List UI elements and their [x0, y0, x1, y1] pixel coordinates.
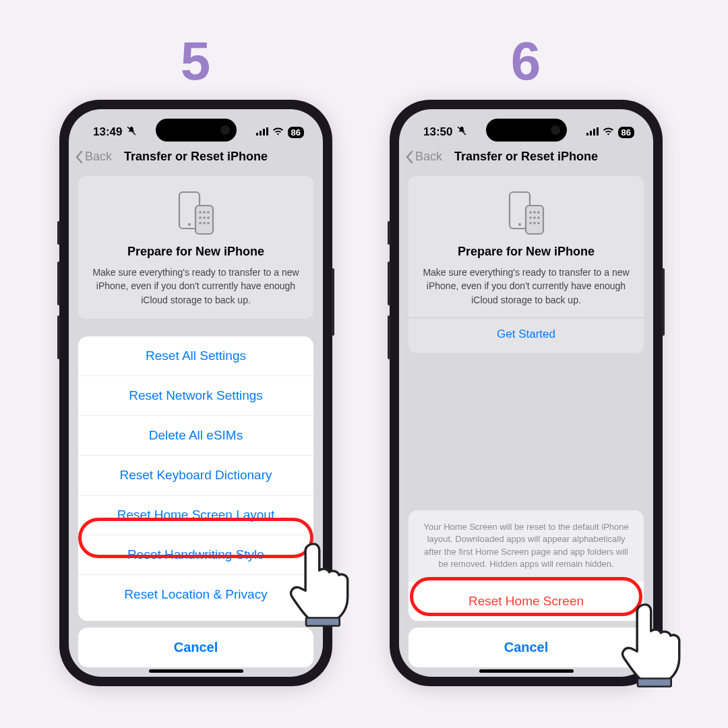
svg-rect-0: [256, 133, 258, 135]
svg-rect-17: [590, 131, 592, 135]
confirm-action-sheet: Your Home Screen will be reset to the de…: [408, 510, 644, 667]
cancel-button[interactable]: Cancel: [408, 628, 644, 667]
reset-location-privacy-button[interactable]: Reset Location & Privacy: [78, 575, 313, 614]
phone-screen-right: 13:50 86 Back Transfer or Reset iPho: [399, 109, 653, 677]
svg-point-12: [207, 216, 210, 219]
nav-bar: Back Transfer or Reset iPhone: [69, 143, 323, 172]
svg-rect-1: [260, 131, 262, 135]
svg-rect-3: [266, 127, 268, 135]
svg-point-8: [203, 211, 206, 214]
svg-point-21: [518, 223, 521, 226]
prepare-card: Prepare for New iPhone Make sure everyth…: [408, 176, 644, 353]
delete-all-esims-button[interactable]: Delete All eSIMs: [78, 416, 313, 456]
svg-point-7: [199, 211, 202, 214]
prepare-description: Make sure everything's ready to transfer…: [90, 266, 301, 307]
svg-rect-16: [586, 133, 588, 135]
svg-rect-19: [597, 127, 599, 135]
svg-point-11: [203, 216, 206, 219]
home-indicator[interactable]: [149, 669, 243, 673]
reset-network-settings-button[interactable]: Reset Network Settings: [78, 376, 313, 416]
svg-point-24: [533, 211, 536, 214]
dynamic-island: [156, 119, 237, 142]
prepare-title: Prepare for New iPhone: [421, 245, 632, 259]
devices-icon: [175, 189, 217, 237]
get-started-button[interactable]: Get Started: [421, 318, 632, 351]
svg-point-14: [203, 222, 206, 224]
svg-point-10: [199, 216, 202, 219]
svg-point-23: [529, 211, 532, 214]
prepare-description: Make sure everything's ready to transfer…: [421, 266, 632, 307]
reset-action-sheet: Reset All Settings Reset Network Setting…: [78, 336, 313, 667]
battery-indicator: 86: [618, 127, 634, 138]
back-label: Back: [85, 150, 112, 164]
wifi-icon: [603, 125, 614, 139]
svg-point-29: [529, 222, 532, 224]
reset-handwriting-style-button[interactable]: Reset Handwriting Style: [78, 535, 313, 575]
devices-icon: [506, 189, 547, 237]
svg-rect-22: [526, 206, 543, 234]
cellular-icon: [586, 125, 599, 139]
dynamic-island: [486, 119, 567, 142]
silent-icon: [456, 125, 467, 140]
cancel-button[interactable]: Cancel: [78, 628, 313, 667]
svg-point-26: [529, 216, 532, 219]
phone-frame-left: 13:49 86 Back Transfer or Reset iPho: [59, 100, 332, 686]
cellular-icon: [256, 125, 268, 139]
svg-point-9: [207, 211, 210, 214]
svg-point-5: [188, 223, 191, 226]
status-time: 13:49: [93, 125, 122, 139]
prepare-title: Prepare for New iPhone: [90, 245, 301, 259]
wifi-icon: [272, 125, 284, 139]
svg-point-15: [207, 222, 210, 224]
reset-all-settings-button[interactable]: Reset All Settings: [78, 336, 313, 376]
back-button[interactable]: Back: [74, 150, 112, 164]
svg-point-13: [199, 222, 202, 224]
step-number-5: 5: [175, 30, 216, 92]
phone-screen-left: 13:49 86 Back Transfer or Reset iPho: [69, 109, 323, 677]
back-label: Back: [415, 150, 442, 164]
reset-home-screen-layout-button[interactable]: Reset Home Screen Layout: [78, 495, 313, 535]
svg-point-28: [537, 216, 540, 219]
step-number-6: 6: [506, 30, 546, 92]
phone-frame-right: 13:50 86 Back Transfer or Reset iPho: [390, 100, 663, 686]
home-indicator[interactable]: [479, 669, 574, 673]
battery-indicator: 86: [288, 127, 304, 138]
sheet-cutoff-text: [78, 614, 313, 621]
svg-point-31: [537, 222, 540, 224]
confirm-description: Your Home Screen will be reset to the de…: [408, 510, 644, 581]
reset-home-screen-button[interactable]: Reset Home Screen: [408, 581, 644, 621]
reset-keyboard-dictionary-button[interactable]: Reset Keyboard Dictionary: [78, 456, 313, 495]
svg-rect-6: [195, 206, 213, 234]
back-button[interactable]: Back: [404, 150, 442, 164]
svg-point-27: [533, 216, 536, 219]
svg-rect-2: [263, 129, 265, 135]
status-time: 13:50: [423, 125, 452, 139]
nav-bar: Back Transfer or Reset iPhone: [399, 143, 653, 172]
svg-point-25: [537, 211, 540, 214]
svg-rect-18: [593, 129, 595, 135]
prepare-card: Prepare for New iPhone Make sure everyth…: [78, 176, 313, 319]
svg-point-30: [533, 222, 536, 224]
silent-icon: [126, 125, 137, 140]
